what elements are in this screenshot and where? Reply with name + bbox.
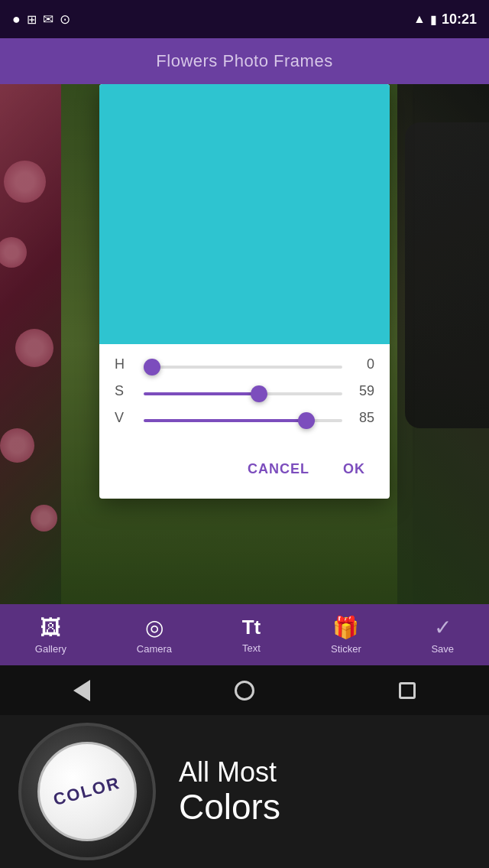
promo-line2: Colors bbox=[179, 788, 280, 827]
hue-slider-row: H 0 bbox=[115, 356, 374, 372]
saturation-label: S bbox=[115, 383, 136, 399]
color-picker-dialog: H 0 S 59 V 85 bbox=[99, 84, 390, 499]
bottom-toolbar: 🖼 Gallery ◎ Camera Tt Text 🎁 Sticker ✓ S… bbox=[0, 604, 489, 665]
slider-section: H 0 S 59 V 85 bbox=[99, 344, 390, 449]
battery-icon: ▮ bbox=[430, 12, 437, 27]
app-title: Flowers Photo Frames bbox=[156, 51, 332, 71]
save-icon: ✓ bbox=[434, 615, 452, 640]
status-icons-left: ● ⊞ ✉ ⊙ bbox=[12, 11, 70, 28]
toolbar-camera[interactable]: ◎ Camera bbox=[137, 615, 172, 655]
value-slider-row: V 85 bbox=[115, 410, 374, 426]
text-tool-icon: Tt bbox=[242, 616, 261, 639]
gallery-label: Gallery bbox=[35, 643, 66, 655]
toolbar-sticker[interactable]: 🎁 Sticker bbox=[331, 615, 361, 655]
app-header: Flowers Photo Frames bbox=[0, 38, 489, 84]
hue-value: 0 bbox=[350, 356, 374, 372]
image-icon: ⊞ bbox=[27, 12, 37, 27]
toolbar-text[interactable]: Tt Text bbox=[242, 616, 261, 654]
saturation-slider-row: S 59 bbox=[115, 383, 374, 399]
status-time: 10:21 bbox=[442, 11, 477, 28]
back-triangle-icon bbox=[73, 680, 90, 701]
sticker-icon: 🎁 bbox=[332, 615, 359, 640]
nav-bar bbox=[0, 665, 489, 715]
color-circle-text: COLOR bbox=[51, 773, 122, 811]
nav-back-button[interactable] bbox=[59, 675, 105, 706]
promo-line1: All Most bbox=[179, 757, 280, 788]
save-label: Save bbox=[431, 643, 454, 655]
gallery-icon: 🖼 bbox=[40, 615, 61, 640]
toolbar-save[interactable]: ✓ Save bbox=[431, 615, 454, 655]
status-bar: ● ⊞ ✉ ⊙ ▲ ▮ 10:21 bbox=[0, 0, 489, 38]
value-label: V bbox=[115, 410, 136, 426]
brightness-value: 85 bbox=[350, 410, 374, 426]
main-area: H 0 S 59 V 85 bbox=[0, 84, 489, 604]
home-circle-icon bbox=[235, 681, 254, 701]
promo-text-area: All Most Colors bbox=[179, 757, 280, 826]
nav-home-button[interactable] bbox=[222, 675, 267, 706]
color-circle-outer: COLOR bbox=[18, 723, 156, 860]
recents-square-icon bbox=[399, 682, 416, 699]
ok-button[interactable]: OK bbox=[334, 455, 374, 483]
nav-recents-button[interactable] bbox=[384, 675, 430, 706]
promo-section: COLOR All Most Colors bbox=[0, 715, 489, 868]
mail-icon: ✉ bbox=[43, 11, 53, 28]
brightness-slider[interactable] bbox=[144, 419, 342, 422]
text-label: Text bbox=[242, 642, 261, 654]
hue-slider[interactable] bbox=[144, 366, 342, 369]
whatsapp-icon: ● bbox=[12, 11, 21, 28]
location-icon: ⊙ bbox=[60, 11, 70, 28]
saturation-value: 59 bbox=[350, 383, 374, 399]
cancel-button[interactable]: CANCEL bbox=[238, 455, 319, 483]
color-preview-swatch bbox=[99, 84, 390, 344]
sticker-label: Sticker bbox=[331, 643, 361, 655]
status-icons-right: ▲ ▮ 10:21 bbox=[413, 11, 477, 28]
hue-label: H bbox=[115, 356, 136, 372]
camera-icon: ◎ bbox=[145, 615, 164, 640]
saturation-slider[interactable] bbox=[144, 392, 342, 395]
camera-label: Camera bbox=[137, 643, 172, 655]
color-circle-inner: COLOR bbox=[37, 742, 137, 841]
signal-icon: ▲ bbox=[413, 12, 426, 26]
toolbar-gallery[interactable]: 🖼 Gallery bbox=[35, 615, 66, 655]
dialog-buttons: CANCEL OK bbox=[99, 449, 390, 499]
